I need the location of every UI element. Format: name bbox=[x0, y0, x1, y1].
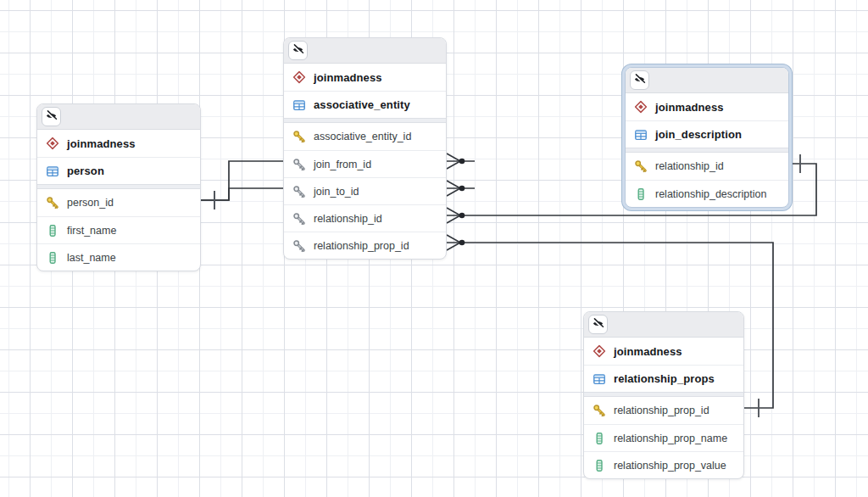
schema-row[interactable]: joinmadness bbox=[37, 130, 200, 157]
table-card-header bbox=[584, 312, 743, 338]
column-row[interactable]: relationship_id bbox=[626, 153, 788, 180]
schema-icon bbox=[593, 344, 606, 358]
table-icon bbox=[593, 372, 606, 386]
hide-table-button[interactable] bbox=[42, 107, 61, 126]
column-name: relationship_prop_id bbox=[614, 405, 709, 416]
table-name: associative_entity bbox=[314, 98, 410, 111]
schema-row[interactable]: joinmadness bbox=[284, 64, 446, 91]
column-row[interactable]: relationship_prop_id bbox=[584, 397, 743, 424]
table-name-row[interactable]: relationship_props bbox=[584, 365, 743, 392]
table-icon bbox=[292, 98, 306, 112]
table-card-header bbox=[626, 68, 788, 93]
column-icon bbox=[46, 224, 59, 237]
column-name: join_to_id bbox=[314, 186, 359, 198]
table-name: relationship_props bbox=[614, 372, 715, 385]
column-name: relationship_prop_value bbox=[614, 460, 726, 472]
table-card-relationship_props[interactable]: joinmadness relationship_props relations… bbox=[583, 311, 744, 479]
hide-table-button[interactable] bbox=[630, 70, 649, 90]
eye-off-icon bbox=[633, 73, 646, 88]
table-name: person bbox=[67, 165, 104, 177]
schema-name: joinmadness bbox=[614, 345, 682, 358]
eye-off-icon bbox=[45, 109, 58, 125]
column-row[interactable]: relationship_id bbox=[284, 204, 446, 232]
table-icon bbox=[46, 165, 59, 178]
schema-icon bbox=[292, 70, 306, 84]
column-name: first_name bbox=[67, 225, 116, 237]
table-name: join_description bbox=[655, 128, 742, 141]
key-foreign-icon bbox=[292, 239, 306, 253]
column-row[interactable]: relationship_prop_name bbox=[584, 424, 743, 451]
column-row[interactable]: person_id bbox=[37, 189, 200, 216]
table-name-row[interactable]: person bbox=[37, 157, 200, 184]
schema-row[interactable]: joinmadness bbox=[584, 338, 743, 365]
table-name-row[interactable]: associative_entity bbox=[284, 91, 446, 118]
schema-name: joinmadness bbox=[655, 101, 724, 114]
key-foreign-icon bbox=[292, 185, 306, 198]
column-row[interactable]: first_name bbox=[37, 216, 200, 243]
column-row[interactable]: relationship_prop_value bbox=[584, 451, 743, 478]
column-name: relationship_id bbox=[655, 160, 724, 172]
schema-row[interactable]: joinmadness bbox=[626, 93, 788, 120]
column-name: person_id bbox=[67, 197, 114, 209]
column-name: relationship_id bbox=[314, 213, 382, 225]
table-name-row[interactable]: join_description bbox=[626, 120, 788, 148]
column-row[interactable]: associative_entity_id bbox=[284, 123, 446, 150]
column-name: relationship_description bbox=[655, 188, 766, 200]
cardinality-dot bbox=[459, 186, 465, 192]
eye-off-icon bbox=[292, 43, 304, 59]
column-icon bbox=[46, 251, 59, 265]
key-foreign-icon bbox=[292, 212, 306, 226]
column-name: associative_entity_id bbox=[314, 131, 411, 142]
column-icon bbox=[634, 187, 648, 201]
schema-name: joinmadness bbox=[314, 71, 382, 84]
key-primary-icon bbox=[593, 404, 606, 417]
column-row[interactable]: last_name bbox=[37, 243, 200, 271]
column-row[interactable]: relationship_prop_id bbox=[284, 232, 446, 259]
eye-off-icon bbox=[592, 317, 604, 332]
table-card-associative_entity[interactable]: joinmadness associative_entity associati… bbox=[283, 37, 447, 260]
column-icon bbox=[593, 432, 606, 445]
diagram-canvas[interactable]: joinmadness person person_id first_name … bbox=[0, 0, 868, 497]
schema-icon bbox=[46, 137, 59, 150]
hide-table-button[interactable] bbox=[588, 315, 608, 334]
key-foreign-icon bbox=[292, 158, 306, 171]
schema-name: joinmadness bbox=[67, 137, 136, 150]
column-name: relationship_prop_id bbox=[314, 240, 409, 252]
cardinality-dot bbox=[459, 159, 465, 165]
hide-table-button[interactable] bbox=[288, 41, 308, 60]
table-card-join_description[interactable]: joinmadness join_description relationshi… bbox=[625, 67, 789, 208]
column-row[interactable]: join_to_id bbox=[284, 177, 446, 204]
schema-icon bbox=[634, 100, 648, 114]
table-icon bbox=[634, 128, 648, 142]
column-name: last_name bbox=[67, 252, 116, 264]
cardinality-dot bbox=[459, 240, 465, 246]
table-card-header bbox=[284, 38, 446, 64]
key-primary-icon bbox=[634, 159, 648, 173]
table-card-person[interactable]: joinmadness person person_id first_name … bbox=[36, 103, 201, 271]
column-name: join_from_id bbox=[314, 159, 371, 170]
column-icon bbox=[593, 459, 606, 472]
column-row[interactable]: join_from_id bbox=[284, 150, 446, 177]
cardinality-dot bbox=[459, 213, 465, 219]
key-primary-icon bbox=[292, 130, 306, 143]
table-card-header bbox=[37, 104, 200, 130]
key-primary-icon bbox=[46, 196, 59, 209]
column-name: relationship_prop_name bbox=[614, 433, 727, 444]
column-row[interactable]: relationship_description bbox=[626, 180, 788, 207]
